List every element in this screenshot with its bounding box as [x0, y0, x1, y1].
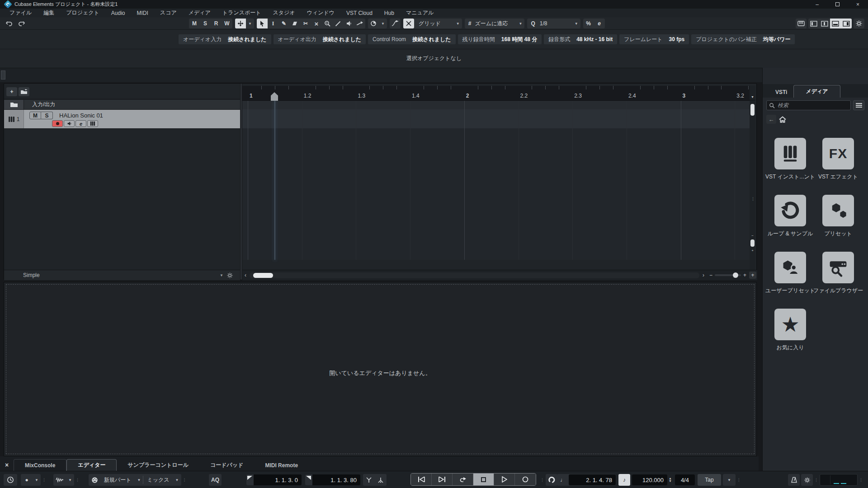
menu-item-12[interactable]: マニュアル — [400, 9, 439, 17]
setup-window-layout-button[interactable] — [854, 19, 864, 28]
record-mode-dropdown[interactable]: ▼ — [33, 478, 41, 482]
right-zone-toggle[interactable] — [841, 19, 852, 28]
menu-item-1[interactable]: 編集 — [38, 9, 60, 17]
track-solo-button[interactable]: S — [41, 112, 53, 119]
undo-button[interactable] — [4, 19, 14, 28]
left-zone-toggle[interactable] — [808, 19, 819, 28]
menu-item-5[interactable]: スコア — [154, 9, 183, 17]
lower-zone-tab-3[interactable]: コードパッド — [199, 459, 254, 471]
right-zone-tab-1[interactable]: メディア — [793, 85, 840, 98]
vertical-zoom-control[interactable]: − + — [750, 234, 755, 259]
vertical-scrollbar[interactable]: ▼ ⋮ − + — [750, 86, 755, 270]
right-zone-tab-0[interactable]: VSTi — [769, 87, 793, 98]
record-enable-button[interactable] — [52, 120, 63, 127]
zoom-mode-label[interactable]: ズームに適応 — [475, 20, 516, 28]
h-zoom-out[interactable]: − — [709, 272, 712, 278]
lower-zone-tab-1[interactable]: エディター — [66, 459, 117, 471]
draw-tool[interactable]: ✎ — [278, 19, 289, 28]
info-chip[interactable]: Control Room 接続されました — [368, 34, 455, 44]
zoom-preset-label[interactable]: Simple — [23, 272, 40, 278]
goto-next-marker-button[interactable] — [432, 474, 453, 485]
track-settings-gear-icon[interactable] — [227, 272, 233, 278]
menu-item-10[interactable]: VST Cloud — [340, 9, 378, 17]
record-button[interactable] — [515, 474, 536, 485]
cycle-button[interactable] — [453, 474, 473, 485]
line-tool[interactable] — [333, 19, 344, 28]
pre-roll-button[interactable] — [546, 474, 557, 486]
grid-type-label[interactable]: グリッド — [415, 20, 454, 28]
midi-record-mix-mode[interactable]: ミックス — [143, 476, 173, 484]
global-s-button[interactable]: S — [200, 19, 211, 28]
midi-record-part-dropdown[interactable]: ▼ — [135, 478, 143, 482]
minimize-button[interactable]: – — [807, 0, 827, 9]
menu-item-6[interactable]: メディア — [183, 9, 217, 17]
media-tile-6[interactable]: ★ お気に入り — [774, 309, 806, 352]
instrument-track-row[interactable]: 1 M S HALion Sonic 01 e — [4, 110, 240, 129]
edit-channel-button[interactable]: e — [75, 120, 86, 127]
h-zoom-in[interactable]: + — [743, 272, 746, 278]
scroll-right-arrow[interactable]: › — [700, 272, 707, 278]
tempo-spinner[interactable]: ▲▼ — [667, 477, 673, 483]
info-chip[interactable]: オーディオ出力 接続されました — [274, 34, 366, 44]
horizontal-scroll-track[interactable] — [250, 272, 699, 278]
v-zoom-out[interactable]: − — [751, 234, 754, 238]
time-signature-display[interactable]: 4/4 — [675, 474, 695, 485]
goto-previous-marker-button[interactable] — [411, 474, 432, 485]
midi-record-mode-button[interactable] — [89, 474, 100, 486]
ruler-corner-dropdown[interactable]: ▼ — [750, 86, 755, 100]
punch-out-button[interactable] — [375, 474, 387, 486]
menu-item-4[interactable]: MIDI — [131, 9, 154, 17]
menu-item-11[interactable]: Hub — [378, 9, 400, 17]
media-tile-1[interactable]: FX VST エフェクト — [822, 138, 854, 181]
lower-zone-tab-2[interactable]: サンプラーコントロール — [117, 459, 199, 471]
object-selection-tool[interactable] — [257, 19, 268, 28]
on-screen-keyboard-button[interactable] — [796, 19, 807, 28]
selection-tool-mode-button[interactable] — [368, 19, 379, 28]
left-locator-display[interactable]: 1. 1. 3. 0 — [254, 474, 302, 485]
io-folder-track[interactable]: 入力/出力 — [4, 100, 240, 110]
audio-record-mode-button[interactable] — [53, 474, 66, 486]
v-zoom-in[interactable]: + — [751, 249, 754, 253]
audio-record-dropdown[interactable]: ▼ — [66, 478, 74, 482]
info-chip[interactable]: フレームレート 30 fps — [619, 34, 689, 44]
stop-button[interactable] — [473, 474, 494, 485]
lower-zone-tab-0[interactable]: MixConsole — [14, 459, 66, 471]
add-track-button[interactable]: + — [6, 87, 17, 96]
event-display[interactable]: 11.21.31.422.22.32.433.2 — [242, 86, 751, 270]
right-locator-flag[interactable] — [305, 474, 312, 485]
zoom-tool[interactable] — [322, 19, 333, 28]
vertical-scroll-thumb[interactable] — [750, 104, 755, 116]
mute-tool[interactable]: × — [311, 19, 322, 28]
erase-tool[interactable] — [289, 19, 300, 28]
info-chip[interactable]: プロジェクトのパン補正 均等パワー — [691, 34, 795, 44]
zoom-corner-button[interactable]: + — [749, 272, 756, 279]
right-locator-display[interactable]: 1. 1. 3. 80 — [312, 474, 360, 485]
range-selection-tool[interactable]: I — [268, 19, 278, 28]
scroll-left-arrow[interactable]: ‹ — [242, 272, 249, 278]
track-name[interactable]: HALion Sonic 01 — [59, 112, 103, 119]
left-locator-flag[interactable] — [246, 474, 254, 485]
zoom-preset-dropdown[interactable]: ▼ — [220, 273, 223, 277]
midi-record-part-mode[interactable]: 新規パート — [100, 476, 135, 484]
tap-tempo-button[interactable]: Tap — [698, 474, 721, 486]
lower-zone-tab-4[interactable]: MIDI Remote — [254, 459, 309, 471]
media-tile-0[interactable]: VST インスト...ント — [774, 138, 806, 181]
horizontal-scroll-thumb[interactable] — [253, 273, 273, 278]
tempo-track-button[interactable]: ♪ — [618, 474, 630, 486]
color-tool[interactable] — [354, 19, 365, 28]
metronome-setup-button[interactable] — [801, 474, 813, 486]
instrument-button[interactable] — [87, 120, 98, 127]
menu-item-7[interactable]: トランスポート — [217, 9, 267, 17]
media-tile-4[interactable]: ユーザープリセット — [774, 252, 806, 295]
media-tile-5[interactable]: ファイルブラウザー — [822, 252, 854, 295]
menu-item-2[interactable]: プロジェクト — [60, 9, 105, 17]
track-mute-button[interactable]: M — [29, 112, 41, 119]
autoscroll-button[interactable] — [235, 19, 246, 28]
play-button[interactable] — [494, 474, 515, 485]
info-chip[interactable]: オーディオ入力 接続されました — [179, 34, 271, 44]
back-button[interactable]: ← — [766, 115, 776, 124]
play-tool[interactable] — [344, 19, 354, 28]
midi-record-mix-dropdown[interactable]: ▼ — [173, 478, 181, 482]
quantize-value[interactable]: 1/8 — [539, 20, 572, 27]
split-tool[interactable]: ✂ — [300, 19, 311, 28]
